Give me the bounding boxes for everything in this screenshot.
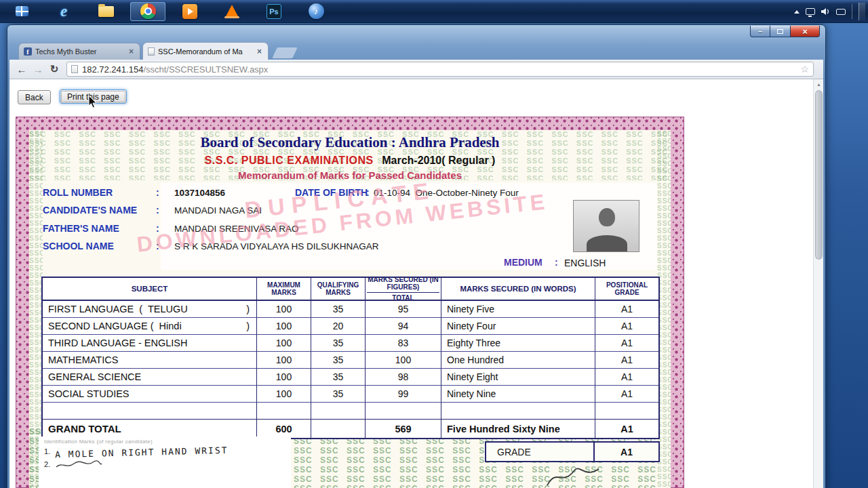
browser-window: – × f Techs Myth Buster × SSC-Memorandum… (7, 24, 826, 488)
new-tab-button[interactable] (272, 47, 297, 58)
taskbar-icon-vlc[interactable] (214, 2, 250, 21)
subject-text: FIRST LANGUAGE ( TELUGU (48, 304, 188, 314)
minimize-button[interactable]: – (750, 26, 770, 37)
tray-keyboard-icon[interactable] (836, 9, 846, 15)
certificate-body: SSC SSC SSC SSC SSC SSC SSC SSC SSC SSC … (29, 130, 671, 488)
back-button[interactable]: Back (18, 90, 51, 104)
roll-number-label: ROLL NUMBER (43, 187, 113, 198)
cell-figures: 94 (366, 318, 441, 335)
show-desktop-button[interactable] (859, 3, 865, 20)
spacer-cell (43, 403, 257, 419)
candidate-name-label: CANDIDATE'S NAME (43, 205, 137, 216)
chrome-icon (140, 3, 156, 19)
grand-total-figures: 569 (366, 419, 441, 438)
colon: : (156, 223, 159, 234)
tray-chevron-icon[interactable] (794, 10, 800, 14)
colon: : (555, 257, 558, 268)
navigation-bar: ← → ↻ 182.72.241.154 /sscht/SSCRESULTSNE… (9, 60, 823, 79)
grade-box-value: A1 (595, 443, 658, 461)
cell-qual: 35 (311, 335, 366, 352)
spacer-cell (366, 403, 441, 419)
photoshop-icon: Ps (267, 4, 281, 19)
cell-max: 100 (257, 386, 311, 403)
cell-max: 100 (257, 369, 311, 386)
grand-total-label: GRAND TOTAL (43, 419, 257, 438)
tab-label: SSC-Memorandum of Ma (158, 47, 252, 56)
cell-qual: 20 (311, 318, 366, 335)
taskbar-icon-photoshop[interactable]: Ps (256, 2, 292, 21)
cell-qual: 35 (311, 386, 366, 403)
tab-ssc-memorandum[interactable]: SSC-Memorandum of Ma × (142, 42, 269, 60)
date-of-birth-value: 01-10-94 One-October-Ninety Four (374, 188, 519, 198)
exam-title: S.S.C. PUBLIC EXAMINATIONS (205, 155, 374, 166)
taskbar-icon-internet-explorer[interactable]: e (46, 2, 81, 21)
board-title: Board of Secondary Education : Andhra Pr… (29, 134, 671, 151)
cell-grade: A1 (595, 301, 658, 318)
scrollbar-up-arrow[interactable]: ▲ (814, 79, 823, 89)
tray-volume-icon[interactable] (821, 7, 830, 16)
cell-subject: SOCIAL STUDIES (43, 386, 257, 403)
cell-subject: FIRST LANGUAGE ( TELUGU) (43, 301, 257, 318)
forward-nav-button[interactable]: → (30, 62, 46, 77)
back-nav-button[interactable]: ← (14, 62, 30, 77)
close-button[interactable]: × (790, 26, 820, 37)
identification-item1-text: A MOLE ON RIGHT HAND WRIST (55, 445, 229, 460)
tab-techs-myth-buster[interactable]: f Techs Myth Buster × (18, 43, 140, 60)
taskbar-icon-itunes[interactable]: ♪ (298, 2, 334, 21)
cell-words: Ninety Four (441, 318, 595, 335)
tab-strip: f Techs Myth Buster × SSC-Memorandum of … (18, 42, 730, 60)
taskbar-icon-file-explorer[interactable] (88, 2, 123, 21)
tab-close-icon[interactable]: × (256, 47, 263, 56)
cell-max: 100 (257, 352, 311, 369)
scrollbar-thumb[interactable] (815, 90, 823, 260)
tray-display-icon[interactable] (806, 8, 815, 15)
memo-title: Memorandum of Marks for Passed Candidate… (29, 169, 671, 181)
subject-text: MATHEMATICS (48, 354, 118, 365)
taskbar: e Ps ♪ (0, 0, 868, 23)
cell-grade: A1 (595, 352, 658, 369)
cell-subject: SECOND LANGUAGE ( Hindi) (43, 318, 257, 335)
url-path: /sscht/SSCRESULTSNEW.aspx (143, 64, 800, 75)
identification-item2-number: 2. (44, 460, 55, 468)
subject-paren: ) (246, 321, 250, 331)
grand-total-max: 600 (257, 419, 311, 438)
maximize-button[interactable] (770, 26, 790, 37)
cell-grade: A1 (595, 335, 658, 352)
cell-subject: THIRD LANGUAGE - ENGLISH (43, 335, 257, 352)
cell-grade: A1 (595, 318, 658, 335)
taskbar-icon-media-player[interactable] (172, 2, 208, 21)
window-controls: – × (750, 26, 820, 37)
candidate-name-value: MANDADI NAGA SAI (174, 205, 262, 216)
address-bar[interactable]: 182.72.241.154 /sscht/SSCRESULTSNEW.aspx… (66, 62, 814, 77)
vlc-icon (225, 5, 239, 18)
signature-scribble (542, 465, 603, 488)
itunes-icon: ♪ (309, 3, 324, 19)
page-content: Back Print this page SSC SSC SSC SSC SSC… (9, 79, 823, 488)
taskbar-icon-chrome[interactable] (130, 2, 165, 21)
cell-max: 100 (257, 335, 311, 352)
cell-subject: MATHEMATICS (43, 352, 257, 369)
date-of-birth-label: DATE OF BIRTH (295, 187, 368, 198)
system-tray (794, 0, 865, 23)
identification-heading: Identification Marks (of regular candida… (44, 439, 285, 445)
reload-button[interactable]: ↻ (46, 62, 62, 77)
colon: : (156, 241, 159, 251)
document-favicon (148, 47, 155, 56)
cell-words: Eighty Three (441, 335, 595, 352)
cell-words: Ninety Nine (441, 386, 595, 403)
taskbar-icon-start[interactable] (4, 2, 39, 21)
tab-close-icon[interactable]: × (127, 47, 135, 56)
grand-total-grade: A1 (595, 419, 658, 438)
cell-max: 100 (257, 318, 311, 335)
grade-box-label: GRADE (486, 443, 595, 461)
spacer-cell (257, 403, 311, 419)
col-header-subject: SUBJECT (43, 278, 257, 301)
certificate: SSC SSC SSC SSC SSC SSC SSC SSC SSC SSC … (16, 117, 684, 488)
school-name-value: S R K SARADA VIDYALAYA HS DILSUKHNAGAR (174, 241, 379, 251)
vertical-scrollbar[interactable]: ▲ ▼ (813, 79, 823, 488)
cell-grade: A1 (595, 386, 658, 403)
grand-total-words: Five Hundred Sixty Nine (441, 419, 595, 438)
bookmark-star-icon[interactable]: ☆ (800, 64, 809, 75)
page-icon (71, 65, 78, 73)
cell-words: Ninety Eight (441, 369, 595, 386)
